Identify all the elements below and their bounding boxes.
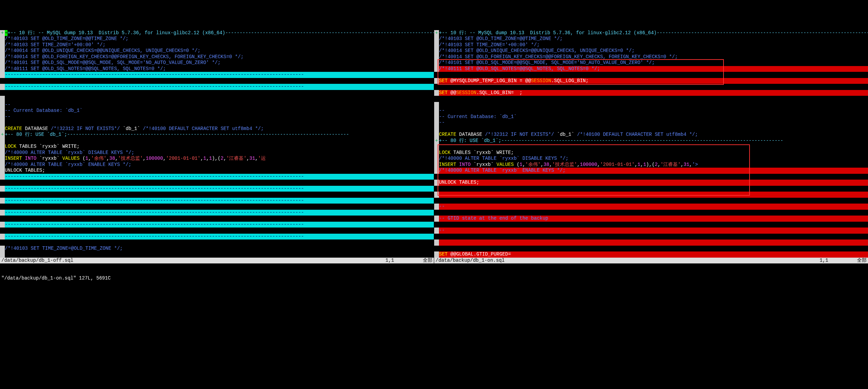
fold-header-left[interactable]: +-- 10 行: -- MySQL dump 10.13 Distrib 5.…: [8, 30, 434, 36]
diff-added: SET @@GLOBAL.GTID_PURGED=: [434, 251, 868, 258]
sql-comment: -- Current Database: `db_1`: [5, 108, 83, 113]
cursor-pos-left: 1,1: [386, 258, 394, 263]
sql-comment: /*!40111 SET @OLD_SQL_NOTES=@@SQL_NOTES,…: [5, 66, 166, 72]
diff-filler: ----------------------------------------…: [0, 84, 434, 90]
left-pane[interactable]: +++-- 10 行: -- MySQL dump 10.13 Distrib …: [0, 24, 434, 263]
cursor-pos-right: 1,1: [820, 258, 828, 263]
status-line-right: /data/backup/db_1-on.sql 1,1 全部: [434, 258, 868, 264]
diff-filler: ----------------------------------------…: [0, 210, 434, 216]
right-buffer[interactable]: ++-- 10 行: -- MySQL dump 10.13 Distrib 5…: [434, 24, 868, 258]
unlock: UNLOCK TABLES;: [5, 168, 45, 173]
diff-added: [434, 192, 868, 198]
sql-comment: --: [5, 114, 11, 119]
fold-marker[interactable]: +: [434, 138, 439, 144]
diff-added: [434, 239, 868, 246]
diff-added: --: [434, 228, 868, 234]
left-buffer[interactable]: +++-- 10 行: -- MySQL dump 10.13 Distrib …: [0, 24, 434, 258]
fold-marker[interactable]: +: [434, 30, 439, 36]
vimdiff-window: +++-- 10 行: -- MySQL dump 10.13 Distrib …: [0, 24, 868, 263]
sql-comment: --: [5, 102, 11, 107]
diff-added: /*!40111 SET @OLD_SQL_NOTES=@@SQL_NOTES,…: [434, 66, 868, 72]
diff-filler: ----------------------------------------…: [0, 198, 434, 204]
fold-marker[interactable]: +: [0, 30, 5, 36]
cursor: +: [5, 30, 8, 36]
percent-right: 全部: [857, 258, 867, 263]
diff-filler: ----------------------------------------…: [0, 72, 434, 78]
sql-comment: /*!40014 SET @OLD_UNIQUE_CHECKS=@@UNIQUE…: [5, 48, 200, 53]
diff-added: --: [434, 204, 868, 210]
sql-comment: /*!40103 SET TIME_ZONE='+00:00' */;: [5, 42, 105, 48]
sql-comment: /*!40101 SET @OLD_SQL_MODE=@@SQL_MODE, S…: [5, 60, 221, 65]
diff-filler: ----------------------------------------…: [0, 186, 434, 192]
kw-create: CREATE: [5, 126, 22, 131]
fold-use-left[interactable]: +-- 80 行: USE `db_1`;: [5, 132, 349, 137]
command-line[interactable]: "/data/backup/db_1-on.sql" 127L, 5691C: [0, 275, 868, 282]
right-pane[interactable]: ++-- 10 行: -- MySQL dump 10.13 Distrib 5…: [434, 24, 868, 263]
diff-added: SET @@SESSION.SQL_LOG_BIN= ;: [434, 90, 868, 96]
diff-added: UNLOCK TABLES;: [434, 180, 868, 186]
sql-comment: /*!40014 SET @OLD_FOREIGN_KEY_CHECKS=@@F…: [5, 54, 243, 60]
percent-left: 全部: [423, 258, 432, 263]
fold-marker[interactable]: +: [0, 132, 5, 138]
diff-added: -- GTID state at the end of the backup: [434, 216, 868, 222]
diff-filler: ----------------------------------------…: [0, 234, 434, 240]
diff-added: /*!40000 ALTER TABLE `ryxxb` ENABLE KEYS…: [434, 168, 868, 174]
filename-left: /data/backup/db_1-off.sql: [1, 258, 73, 264]
status-line-left: /data/backup/db_1-off.sql 1,1 全部: [0, 258, 434, 264]
diff-filler: ----------------------------------------…: [0, 174, 434, 180]
fold-use-right[interactable]: +-- 80 行: USE `db_1`;: [439, 138, 783, 143]
fold-header-right[interactable]: +-- 10 行: -- MySQL dump 10.13 Distrib 5.…: [439, 30, 868, 36]
filename-right: /data/backup/db_1-on.sql: [436, 258, 505, 264]
diff-filler: ----------------------------------------…: [0, 222, 434, 228]
sql-comment: /*!40103 SET @OLD_TIME_ZONE=@@TIME_ZONE …: [5, 36, 128, 41]
diff-added: SET @MYSQLDUMP_TEMP_LOG_BIN = @@SESSION.…: [434, 78, 868, 84]
